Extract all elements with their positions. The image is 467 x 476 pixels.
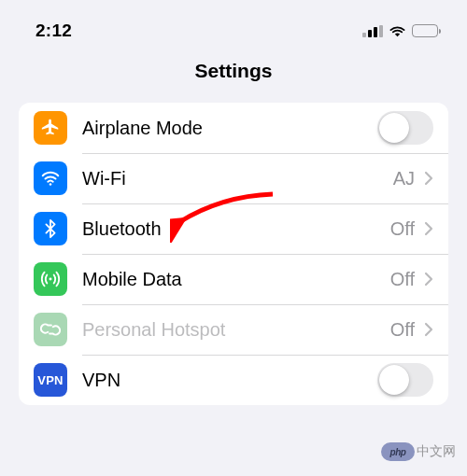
bluetooth-icon xyxy=(34,212,67,245)
bluetooth-value: Off xyxy=(390,218,415,240)
row-bluetooth[interactable]: Bluetooth Off xyxy=(19,203,448,254)
airplane-label: Airplane Mode xyxy=(82,118,377,139)
page-title: Settings xyxy=(0,60,467,82)
status-bar: 2:12 xyxy=(0,0,467,45)
vpn-label: VPN xyxy=(82,370,377,391)
antenna-icon xyxy=(34,262,67,296)
row-wifi[interactable]: Wi-Fi AJ xyxy=(19,153,448,203)
row-personal-hotspot[interactable]: Personal Hotspot Off xyxy=(19,304,448,355)
watermark: php 中文网 xyxy=(381,442,456,461)
chevron-right-icon xyxy=(424,221,433,236)
hotspot-value: Off xyxy=(390,319,415,341)
svg-point-1 xyxy=(50,278,52,281)
settings-list: Airplane Mode Wi-Fi AJ Bluetooth Off xyxy=(19,103,448,405)
airplane-toggle[interactable] xyxy=(377,111,433,145)
watermark-text: 中文网 xyxy=(417,443,456,460)
hotspot-icon xyxy=(34,313,67,346)
chevron-right-icon xyxy=(424,322,433,337)
wifi-value: AJ xyxy=(393,168,415,189)
wifi-label: Wi-Fi xyxy=(82,168,393,189)
php-logo-icon: php xyxy=(381,442,415,461)
wifi-icon xyxy=(34,161,67,195)
row-airplane-mode[interactable]: Airplane Mode xyxy=(19,103,448,153)
mobile-data-value: Off xyxy=(390,269,415,290)
status-indicators xyxy=(362,24,441,38)
status-time: 2:12 xyxy=(35,21,72,41)
battery-icon xyxy=(412,24,442,37)
wifi-status-icon xyxy=(389,24,406,38)
row-vpn[interactable]: VPN VPN xyxy=(19,355,448,405)
bluetooth-label: Bluetooth xyxy=(82,218,390,240)
vpn-toggle[interactable] xyxy=(377,363,433,397)
mobile-data-label: Mobile Data xyxy=(82,269,390,290)
chevron-right-icon xyxy=(424,272,433,287)
hotspot-label: Personal Hotspot xyxy=(82,319,390,341)
svg-point-0 xyxy=(50,183,52,186)
cellular-signal-icon xyxy=(362,25,383,37)
page-header: Settings xyxy=(0,45,467,103)
row-mobile-data[interactable]: Mobile Data Off xyxy=(19,254,448,304)
airplane-icon xyxy=(34,111,67,145)
vpn-icon: VPN xyxy=(34,363,67,397)
chevron-right-icon xyxy=(424,171,433,186)
